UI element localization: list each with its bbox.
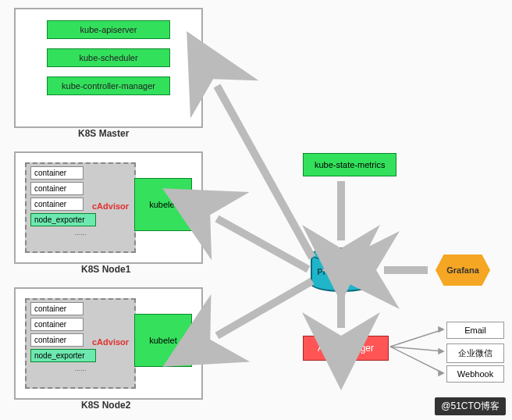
k8s-node1-box: container container container node_expor…: [14, 151, 203, 264]
grafana-label: Grafana: [446, 265, 479, 275]
svg-line-0: [217, 86, 312, 258]
grafana-hex: Grafana: [436, 254, 490, 286]
container-label: container: [30, 318, 84, 331]
master-comp: kube-controller-manager: [47, 77, 170, 95]
output-email: Email: [446, 322, 504, 339]
svg-line-6: [390, 329, 443, 347]
k8s-node2-box: container container container node_expor…: [14, 287, 203, 400]
node-exporter-label: node_exporter: [30, 349, 96, 362]
kubelet-box: kubelet: [134, 178, 192, 231]
node-exporter-label: node_exporter: [30, 213, 96, 226]
watermark: @51CTO博客: [435, 397, 506, 415]
container-label: container: [30, 182, 84, 195]
svg-line-1: [217, 219, 308, 269]
k8s-master-box: kube-apiserver kube-scheduler kube-contr…: [14, 8, 203, 128]
master-comp: kube-scheduler: [47, 48, 170, 67]
svg-line-8: [390, 347, 443, 373]
svg-line-2: [217, 281, 312, 336]
output-wechat: 企业微信: [446, 343, 504, 363]
master-title: K8S Master: [78, 128, 129, 139]
svg-marker-11: [439, 371, 443, 376]
svg-marker-10: [439, 349, 443, 354]
cadvisor-label: cAdvisor: [92, 337, 129, 347]
master-comp: kube-apiserver: [47, 20, 170, 39]
kubelet-box: kubelet: [134, 314, 192, 367]
node2-pod: container container container node_expor…: [25, 298, 136, 389]
container-label: container: [30, 198, 84, 211]
container-label: container: [30, 302, 84, 315]
node2-title: K8S Node2: [81, 400, 130, 411]
kubelet-label: kubelet: [149, 336, 176, 345]
node1-title: K8S Node1: [81, 264, 130, 275]
container-label: container: [30, 166, 84, 180]
kubelet-label: kubelet: [149, 200, 176, 209]
cadvisor-label: cAdvisor: [92, 201, 129, 211]
kube-state-metrics-box: kube-state-metrics: [303, 153, 396, 176]
ellipsis: ......: [27, 365, 134, 372]
alertmanager-box: Alertmanager: [303, 336, 389, 361]
output-webhook: Webhook: [446, 365, 504, 383]
container-label: container: [30, 333, 84, 347]
prometheus-label: Prometheus: [312, 267, 372, 276]
svg-marker-9: [439, 327, 443, 332]
ellipsis: ......: [27, 229, 134, 237]
svg-line-7: [390, 347, 443, 351]
node1-pod: container container container node_expor…: [25, 162, 136, 253]
prometheus-cylinder: Prometheus: [311, 251, 373, 292]
